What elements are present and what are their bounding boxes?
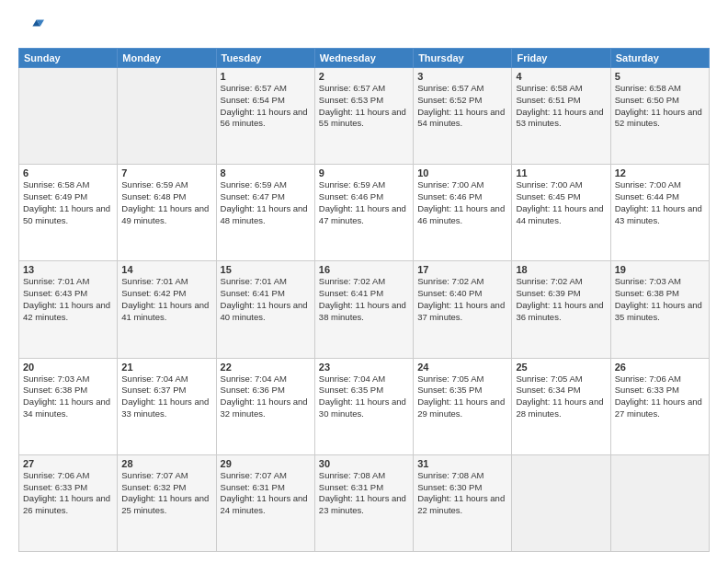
calendar-week-row: 1Sunrise: 6:57 AMSunset: 6:54 PMDaylight… bbox=[19, 68, 710, 165]
day-detail: Sunrise: 7:03 AMSunset: 6:38 PMDaylight:… bbox=[23, 373, 113, 420]
day-detail: Sunrise: 7:01 AMSunset: 6:41 PMDaylight:… bbox=[221, 276, 311, 323]
calendar-cell: 20Sunrise: 7:03 AMSunset: 6:38 PMDayligh… bbox=[19, 358, 118, 454]
calendar-cell: 19Sunrise: 7:03 AMSunset: 6:38 PMDayligh… bbox=[610, 261, 709, 358]
day-detail: Sunrise: 7:01 AMSunset: 6:42 PMDaylight:… bbox=[121, 276, 211, 323]
calendar-week-row: 6Sunrise: 6:58 AMSunset: 6:49 PMDaylight… bbox=[19, 165, 710, 261]
day-number: 19 bbox=[615, 264, 705, 275]
calendar-cell: 24Sunrise: 7:05 AMSunset: 6:35 PMDayligh… bbox=[414, 358, 512, 454]
weekday-header-sunday: Sunday bbox=[19, 49, 118, 68]
calendar-week-row: 20Sunrise: 7:03 AMSunset: 6:38 PMDayligh… bbox=[19, 358, 710, 454]
weekday-header-wednesday: Wednesday bbox=[314, 49, 413, 68]
calendar-cell: 12Sunrise: 7:00 AMSunset: 6:44 PMDayligh… bbox=[610, 165, 709, 261]
calendar-cell: 28Sunrise: 7:07 AMSunset: 6:32 PMDayligh… bbox=[118, 454, 216, 551]
calendar-cell: 13Sunrise: 7:01 AMSunset: 6:43 PMDayligh… bbox=[19, 261, 118, 358]
day-number: 21 bbox=[121, 362, 211, 373]
day-number: 18 bbox=[516, 264, 606, 275]
calendar-cell bbox=[118, 68, 216, 165]
day-number: 13 bbox=[23, 264, 113, 275]
calendar-cell: 30Sunrise: 7:08 AMSunset: 6:31 PMDayligh… bbox=[314, 454, 413, 551]
day-number: 12 bbox=[615, 167, 705, 178]
day-detail: Sunrise: 6:59 AMSunset: 6:46 PMDaylight:… bbox=[319, 179, 409, 226]
calendar-cell: 3Sunrise: 6:57 AMSunset: 6:52 PMDaylight… bbox=[414, 68, 512, 165]
page: SundayMondayTuesdayWednesdayThursdayFrid… bbox=[0, 0, 728, 563]
day-detail: Sunrise: 7:04 AMSunset: 6:35 PMDaylight:… bbox=[319, 373, 409, 420]
calendar-cell: 15Sunrise: 7:01 AMSunset: 6:41 PMDayligh… bbox=[216, 261, 314, 358]
day-detail: Sunrise: 7:02 AMSunset: 6:41 PMDaylight:… bbox=[319, 276, 409, 323]
day-number: 17 bbox=[417, 264, 507, 275]
weekday-header-thursday: Thursday bbox=[414, 49, 512, 68]
day-detail: Sunrise: 7:05 AMSunset: 6:35 PMDaylight:… bbox=[417, 373, 507, 420]
day-detail: Sunrise: 7:04 AMSunset: 6:37 PMDaylight:… bbox=[121, 373, 211, 420]
calendar-cell bbox=[19, 68, 118, 165]
calendar-cell: 29Sunrise: 7:07 AMSunset: 6:31 PMDayligh… bbox=[216, 454, 314, 551]
day-number: 3 bbox=[417, 71, 507, 82]
calendar-cell: 17Sunrise: 7:02 AMSunset: 6:40 PMDayligh… bbox=[414, 261, 512, 358]
day-number: 27 bbox=[23, 458, 113, 469]
calendar-cell: 4Sunrise: 6:58 AMSunset: 6:51 PMDaylight… bbox=[512, 68, 610, 165]
day-number: 9 bbox=[319, 167, 409, 178]
day-number: 11 bbox=[516, 167, 606, 178]
calendar-cell: 27Sunrise: 7:06 AMSunset: 6:33 PMDayligh… bbox=[19, 454, 118, 551]
calendar-cell: 7Sunrise: 6:59 AMSunset: 6:48 PMDaylight… bbox=[118, 165, 216, 261]
calendar-table: SundayMondayTuesdayWednesdayThursdayFrid… bbox=[18, 48, 710, 552]
day-number: 1 bbox=[221, 71, 311, 82]
weekday-header-saturday: Saturday bbox=[610, 49, 709, 68]
day-number: 25 bbox=[516, 362, 606, 373]
day-number: 31 bbox=[417, 458, 507, 469]
calendar-cell: 6Sunrise: 6:58 AMSunset: 6:49 PMDaylight… bbox=[19, 165, 118, 261]
day-number: 22 bbox=[221, 362, 311, 373]
calendar-week-row: 27Sunrise: 7:06 AMSunset: 6:33 PMDayligh… bbox=[19, 454, 710, 551]
day-detail: Sunrise: 6:59 AMSunset: 6:47 PMDaylight:… bbox=[221, 179, 311, 226]
day-detail: Sunrise: 7:00 AMSunset: 6:44 PMDaylight:… bbox=[615, 179, 705, 226]
day-number: 20 bbox=[23, 362, 113, 373]
day-number: 7 bbox=[121, 167, 211, 178]
header bbox=[18, 15, 710, 40]
day-detail: Sunrise: 7:00 AMSunset: 6:45 PMDaylight:… bbox=[516, 179, 606, 226]
day-number: 6 bbox=[23, 167, 113, 178]
weekday-header-monday: Monday bbox=[118, 49, 216, 68]
calendar-cell: 16Sunrise: 7:02 AMSunset: 6:41 PMDayligh… bbox=[314, 261, 413, 358]
day-number: 4 bbox=[516, 71, 606, 82]
logo bbox=[18, 15, 48, 40]
day-number: 28 bbox=[121, 458, 211, 469]
day-detail: Sunrise: 7:02 AMSunset: 6:39 PMDaylight:… bbox=[516, 276, 606, 323]
day-number: 24 bbox=[417, 362, 507, 373]
day-number: 8 bbox=[221, 167, 311, 178]
day-number: 23 bbox=[319, 362, 409, 373]
day-detail: Sunrise: 7:08 AMSunset: 6:31 PMDaylight:… bbox=[319, 470, 409, 517]
calendar-cell: 8Sunrise: 6:59 AMSunset: 6:47 PMDaylight… bbox=[216, 165, 314, 261]
logo-icon bbox=[18, 15, 44, 40]
day-detail: Sunrise: 7:07 AMSunset: 6:31 PMDaylight:… bbox=[221, 470, 311, 517]
day-detail: Sunrise: 7:04 AMSunset: 6:36 PMDaylight:… bbox=[221, 373, 311, 420]
calendar-cell bbox=[512, 454, 610, 551]
day-detail: Sunrise: 6:58 AMSunset: 6:49 PMDaylight:… bbox=[23, 179, 113, 226]
day-number: 29 bbox=[221, 458, 311, 469]
day-detail: Sunrise: 6:57 AMSunset: 6:54 PMDaylight:… bbox=[221, 83, 311, 130]
calendar-cell: 10Sunrise: 7:00 AMSunset: 6:46 PMDayligh… bbox=[414, 165, 512, 261]
day-detail: Sunrise: 7:06 AMSunset: 6:33 PMDaylight:… bbox=[615, 373, 705, 420]
day-detail: Sunrise: 7:03 AMSunset: 6:38 PMDaylight:… bbox=[615, 276, 705, 323]
calendar-cell: 1Sunrise: 6:57 AMSunset: 6:54 PMDaylight… bbox=[216, 68, 314, 165]
day-detail: Sunrise: 7:06 AMSunset: 6:33 PMDaylight:… bbox=[23, 470, 113, 517]
day-detail: Sunrise: 7:07 AMSunset: 6:32 PMDaylight:… bbox=[121, 470, 211, 517]
day-detail: Sunrise: 7:05 AMSunset: 6:34 PMDaylight:… bbox=[516, 373, 606, 420]
day-detail: Sunrise: 6:58 AMSunset: 6:51 PMDaylight:… bbox=[516, 83, 606, 130]
day-detail: Sunrise: 6:58 AMSunset: 6:50 PMDaylight:… bbox=[615, 83, 705, 130]
calendar-cell bbox=[610, 454, 709, 551]
day-number: 26 bbox=[615, 362, 705, 373]
day-number: 16 bbox=[319, 264, 409, 275]
day-number: 10 bbox=[417, 167, 507, 178]
day-number: 5 bbox=[615, 71, 705, 82]
calendar-cell: 9Sunrise: 6:59 AMSunset: 6:46 PMDaylight… bbox=[314, 165, 413, 261]
calendar-cell: 2Sunrise: 6:57 AMSunset: 6:53 PMDaylight… bbox=[314, 68, 413, 165]
calendar-cell: 26Sunrise: 7:06 AMSunset: 6:33 PMDayligh… bbox=[610, 358, 709, 454]
day-detail: Sunrise: 7:01 AMSunset: 6:43 PMDaylight:… bbox=[23, 276, 113, 323]
calendar-cell: 31Sunrise: 7:08 AMSunset: 6:30 PMDayligh… bbox=[414, 454, 512, 551]
day-detail: Sunrise: 6:57 AMSunset: 6:53 PMDaylight:… bbox=[319, 83, 409, 130]
day-detail: Sunrise: 6:57 AMSunset: 6:52 PMDaylight:… bbox=[417, 83, 507, 130]
calendar-cell: 18Sunrise: 7:02 AMSunset: 6:39 PMDayligh… bbox=[512, 261, 610, 358]
day-number: 2 bbox=[319, 71, 409, 82]
calendar-cell: 11Sunrise: 7:00 AMSunset: 6:45 PMDayligh… bbox=[512, 165, 610, 261]
day-detail: Sunrise: 7:00 AMSunset: 6:46 PMDaylight:… bbox=[417, 179, 507, 226]
day-detail: Sunrise: 7:02 AMSunset: 6:40 PMDaylight:… bbox=[417, 276, 507, 323]
